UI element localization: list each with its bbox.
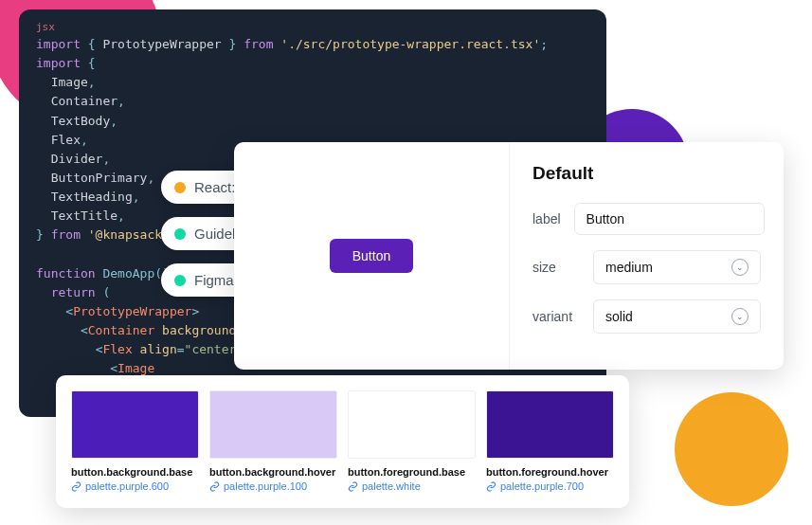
swatch-name: button.foreground.base (348, 466, 476, 478)
status-dot-icon (174, 228, 186, 240)
chevron-down-icon: ⌄ (731, 308, 749, 325)
code-lang-tag: jsx (36, 19, 589, 35)
swatch-color (71, 390, 199, 459)
swatch-item[interactable]: button.background.hover palette.purple.1… (209, 390, 337, 493)
color-swatches-panel: button.background.base palette.purple.60… (56, 375, 629, 508)
swatch-color (209, 390, 337, 459)
chip-label: Figma (194, 272, 234, 288)
swatch-ref[interactable]: palette.white (348, 480, 476, 492)
swatch-ref[interactable]: palette.purple.100 (209, 480, 337, 492)
swatch-ref[interactable]: palette.purple.600 (71, 480, 199, 492)
field-label-variant: variant (532, 309, 580, 324)
variant-select[interactable]: solid ⌄ (593, 299, 761, 334)
link-icon (71, 481, 81, 492)
link-icon (348, 481, 358, 492)
swatch-ref[interactable]: palette.purple.700 (486, 480, 614, 492)
link-icon (486, 481, 496, 492)
panel-title: Default (532, 163, 761, 184)
select-value: medium (605, 260, 653, 275)
swatch-name: button.foreground.hover (486, 466, 614, 478)
chevron-down-icon: ⌄ (731, 259, 749, 276)
swatch-name: button.background.base (71, 466, 199, 478)
select-value: solid (605, 309, 633, 324)
status-dot-icon (174, 275, 186, 286)
status-dot-icon (174, 182, 186, 193)
label-input[interactable] (574, 203, 765, 235)
swatch-item[interactable]: button.background.base palette.purple.60… (71, 390, 199, 493)
component-preview-panel: Button Default label size medium ⌄ varia… (234, 142, 784, 370)
swatch-name: button.background.hover (209, 466, 337, 478)
field-label-size: size (532, 260, 580, 275)
chip-label: React (194, 179, 231, 195)
preview-props-panel: Default label size medium ⌄ variant soli… (509, 142, 784, 370)
decorative-circle-orange (675, 392, 788, 506)
size-select[interactable]: medium ⌄ (593, 250, 761, 284)
field-label-label: label (532, 211, 561, 226)
swatch-item[interactable]: button.foreground.base palette.white (348, 390, 476, 493)
swatch-item[interactable]: button.foreground.hover palette.purple.7… (486, 390, 614, 493)
preview-button[interactable]: Button (330, 239, 413, 273)
link-icon (209, 481, 220, 492)
preview-canvas: Button (234, 142, 509, 370)
swatch-color (348, 390, 476, 459)
swatch-color (486, 390, 614, 459)
